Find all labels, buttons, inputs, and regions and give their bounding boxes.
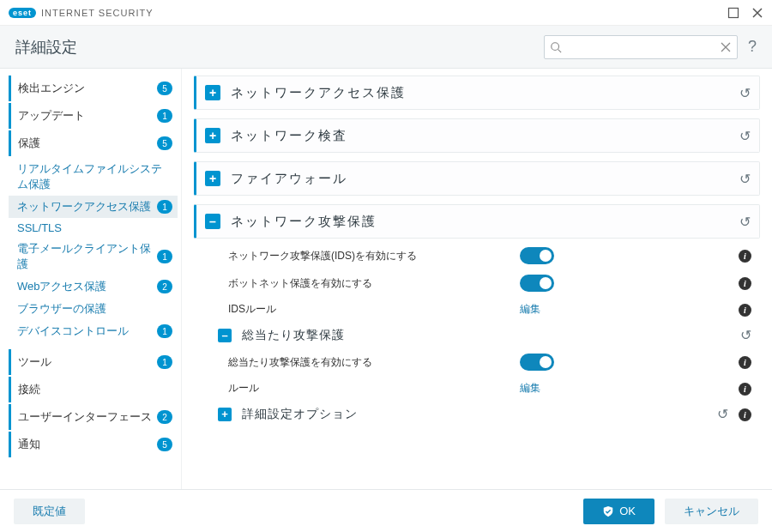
subpanel-advanced-options[interactable]: + 詳細設定オプション ↺ i — [202, 401, 751, 427]
sidebar-sub-network-access[interactable]: ネットワークアクセス保護 1 — [9, 196, 178, 218]
header-bar: 詳細設定 ? — [0, 26, 772, 69]
sidebar-sub-email[interactable]: 電子メールクライアント保護 1 — [9, 238, 178, 275]
collapse-icon: – — [218, 329, 232, 342]
reset-icon[interactable]: ↺ — [739, 214, 751, 230]
count-badge: 5 — [157, 136, 172, 150]
maximize-icon[interactable] — [727, 7, 739, 19]
svg-point-1 — [552, 42, 559, 50]
info-icon[interactable]: i — [739, 355, 751, 369]
sidebar-item-label: ツール — [18, 354, 152, 370]
toggle-ids[interactable] — [520, 247, 554, 264]
search-input[interactable] — [562, 40, 720, 53]
panel-network-inspect[interactable]: + ネットワーク検査 ↺ — [194, 118, 760, 153]
sidebar-item-label: 電子メールクライアント保護 — [17, 241, 152, 272]
sidebar: 検出エンジン 5 アップデート 1 保護 5 リアルタイムファイルシステム保護 … — [0, 69, 182, 489]
sidebar-item-update[interactable]: アップデート 1 — [9, 103, 178, 129]
sidebar-item-label: SSL/TLS — [17, 221, 172, 234]
row-botnet-enable: ボットネット保護を有効にする i — [202, 269, 751, 297]
toggle-bruteforce[interactable] — [520, 354, 554, 371]
sidebar-item-notifications[interactable]: 通知 5 — [9, 432, 178, 457]
reset-icon[interactable]: ↺ — [739, 85, 751, 101]
sidebar-item-label: ネットワークアクセス保護 — [17, 199, 152, 215]
sidebar-item-label: Webアクセス保護 — [17, 279, 152, 294]
count-badge: 2 — [157, 410, 172, 424]
svg-rect-0 — [729, 8, 739, 17]
expand-icon: + — [205, 85, 220, 100]
sidebar-item-label: 接続 — [18, 382, 172, 397]
search-icon — [550, 41, 562, 53]
shield-icon — [602, 505, 614, 517]
close-icon[interactable] — [751, 7, 763, 19]
row-label: ボットネット保護を有効にする — [228, 276, 520, 291]
expand-icon: + — [205, 128, 220, 143]
content-area: + ネットワークアクセス保護 ↺ + ネットワーク検査 ↺ + ファイアウォール… — [182, 69, 772, 489]
row-ids-rules: IDSルール 編集 i — [202, 297, 751, 322]
sidebar-sub-web[interactable]: Webアクセス保護 2 — [9, 275, 178, 298]
reset-icon[interactable]: ↺ — [740, 327, 751, 343]
count-badge: 1 — [157, 355, 172, 369]
panel-title: 詳細設定オプション — [242, 407, 358, 422]
sidebar-item-tools[interactable]: ツール 1 — [9, 349, 178, 375]
sidebar-item-label: アップデート — [18, 108, 152, 124]
info-icon[interactable]: i — [739, 303, 751, 317]
help-icon[interactable]: ? — [748, 38, 757, 56]
sidebar-item-label: リアルタイムファイルシステム保護 — [17, 161, 172, 192]
search-box[interactable] — [544, 35, 738, 59]
sidebar-item-protection[interactable]: 保護 5 — [9, 130, 178, 156]
sidebar-sub-device[interactable]: デバイスコントロール 1 — [9, 320, 178, 342]
sidebar-item-label: 保護 — [18, 136, 152, 151]
panel-title: ネットワークアクセス保護 — [231, 85, 406, 101]
reset-icon[interactable]: ↺ — [739, 128, 751, 144]
brand-badge: eset — [9, 8, 36, 18]
app-name: INTERNET SECURITY — [41, 8, 153, 18]
count-badge: 1 — [157, 324, 172, 338]
row-ids-enable: ネットワーク攻撃保護(IDS)を有効にする i — [202, 242, 751, 269]
panel-network-access[interactable]: + ネットワークアクセス保護 ↺ — [194, 76, 760, 110]
subpanel-bruteforce[interactable]: – 総当たり攻撃保護 ↺ — [202, 322, 751, 348]
sidebar-item-label: デバイスコントロール — [17, 323, 152, 339]
row-label: ネットワーク攻撃保護(IDS)を有効にする — [228, 249, 520, 263]
window-controls — [727, 7, 763, 19]
panel-title: ファイアウォール — [231, 171, 347, 187]
count-badge: 2 — [157, 280, 172, 293]
sidebar-item-label: ユーザーインターフェース — [18, 409, 152, 425]
row-bruteforce-enable: 総当たり攻撃保護を有効にする i — [202, 348, 751, 376]
ok-label: OK — [619, 505, 636, 517]
panel-firewall[interactable]: + ファイアウォール ↺ — [194, 161, 760, 196]
sidebar-item-connection[interactable]: 接続 — [9, 377, 178, 402]
info-icon[interactable]: i — [739, 249, 751, 263]
collapse-icon: – — [205, 214, 220, 229]
info-icon[interactable]: i — [739, 408, 751, 421]
edit-link[interactable]: 編集 — [520, 382, 540, 394]
cancel-button[interactable]: キャンセル — [665, 499, 758, 524]
panel-title: ネットワーク検査 — [231, 128, 347, 144]
count-badge: 1 — [157, 250, 172, 263]
panel-network-attack[interactable]: – ネットワーク攻撃保護 ↺ — [194, 204, 760, 239]
sidebar-sub-browser[interactable]: ブラウザーの保護 — [9, 298, 178, 320]
defaults-button[interactable]: 既定値 — [14, 499, 85, 524]
panel-title: 総当たり攻撃保護 — [242, 328, 345, 343]
row-label: ルール — [228, 381, 520, 396]
footer: 既定値 OK キャンセル — [0, 489, 772, 532]
panel-title: ネットワーク攻撃保護 — [231, 214, 377, 230]
count-badge: 5 — [157, 438, 172, 451]
clear-search-icon[interactable] — [720, 41, 732, 53]
reset-icon[interactable]: ↺ — [739, 171, 751, 187]
sidebar-sub-realtime[interactable]: リアルタイムファイルシステム保護 — [9, 158, 178, 196]
sidebar-item-detection[interactable]: 検出エンジン 5 — [9, 76, 178, 101]
sidebar-item-label: ブラウザーの保護 — [17, 301, 172, 317]
sidebar-item-label: 検出エンジン — [18, 81, 152, 96]
edit-link[interactable]: 編集 — [520, 303, 540, 315]
ok-button[interactable]: OK — [583, 499, 654, 524]
expand-icon: + — [205, 171, 220, 186]
count-badge: 1 — [157, 200, 172, 214]
reset-icon[interactable]: ↺ — [717, 406, 728, 422]
title-bar: eset INTERNET SECURITY — [0, 0, 772, 26]
info-icon[interactable]: i — [739, 276, 751, 290]
row-bruteforce-rules: ルール 編集 i — [202, 376, 751, 401]
sidebar-item-label: 通知 — [18, 437, 152, 452]
toggle-botnet[interactable] — [520, 275, 554, 292]
info-icon[interactable]: i — [739, 382, 751, 396]
sidebar-sub-ssl[interactable]: SSL/TLS — [9, 218, 178, 238]
sidebar-item-ui[interactable]: ユーザーインターフェース 2 — [9, 404, 178, 430]
